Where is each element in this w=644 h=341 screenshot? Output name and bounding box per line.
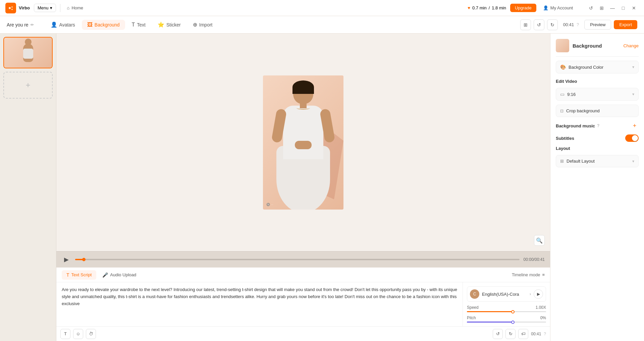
apps-button[interactable]: ⊞ — [597, 3, 606, 13]
canvas-wrapper: 🔘 ··· 🔍 — [56, 34, 550, 251]
redo-edit-button[interactable]: ↻ — [547, 19, 558, 30]
export-button[interactable]: Export — [614, 20, 637, 29]
script-bottom-right: ↺ ↻ 🏷 00:41 ? — [493, 329, 546, 339]
menu-button[interactable]: Menu ▾ — [34, 4, 56, 12]
subtitles-label: Subtitles — [556, 136, 625, 141]
account-icon: 👤 — [543, 5, 548, 10]
background-color-row[interactable]: 🎨 Background Color ▾ — [556, 61, 639, 73]
zoom-button[interactable]: 🔍 — [534, 235, 545, 246]
tab-sticker[interactable]: ⭐ Sticker — [152, 19, 186, 30]
progress-indicator — [82, 258, 86, 261]
subtitles-toggle[interactable] — [625, 134, 639, 142]
time-total: 1.8 min — [492, 5, 506, 10]
emoji-button[interactable]: ☺ — [73, 329, 83, 339]
slides-panel: 1 + — [0, 34, 56, 341]
account-label: My Account — [550, 5, 573, 10]
music-label-text: Background music — [556, 123, 595, 128]
crop-background-label: Crop background — [566, 108, 600, 113]
speed-label: Speed — [467, 305, 479, 310]
tab-text-script[interactable]: T Text Script — [62, 270, 96, 280]
audio-upload-icon: 🎤 — [102, 272, 108, 278]
logo-area: Virbo — [5, 3, 30, 13]
right-panel: Background Change 🎨 Background Color ▾ E… — [550, 34, 644, 341]
redo-script-button[interactable]: ↻ — [505, 329, 516, 339]
timer-button[interactable]: ⏱ — [86, 329, 96, 339]
layout-icon: ⊞ — [560, 159, 564, 164]
svg-point-3 — [11, 9, 13, 10]
menu-label: Menu — [38, 5, 49, 10]
tab-audio-upload[interactable]: 🎤 Audio Upload — [98, 270, 141, 280]
voice-play-button[interactable]: ▶ — [534, 289, 543, 299]
undo-script-button[interactable]: ↺ — [493, 329, 503, 339]
crop-background-row[interactable]: ⊡ Crop background — [556, 105, 639, 117]
account-button[interactable]: 👤 My Account — [540, 4, 576, 12]
topbar-divider — [60, 4, 60, 12]
toggle-knob — [632, 135, 638, 141]
background-header: Background Change — [556, 39, 639, 57]
pitch-thumb[interactable] — [511, 321, 515, 324]
upgrade-button[interactable]: Upgrade — [510, 4, 536, 12]
canvas-full: 🔘 ··· 🔍 ▶ 00:00/00:41 T — [56, 34, 550, 341]
home-button[interactable]: ⌂ Home — [64, 4, 86, 12]
speed-value: 1.00X — [536, 305, 546, 310]
script-content: Are you ready to elevate your wardrobe t… — [56, 282, 550, 326]
timeline-mode-icon: ≡ — [542, 272, 545, 277]
script-tabs: T Text Script 🎤 Audio Upload Timeline mo… — [56, 268, 550, 282]
undo-button[interactable]: ↺ — [586, 3, 596, 13]
home-label: Home — [71, 5, 83, 10]
maximize-button[interactable]: □ — [619, 3, 628, 13]
script-text-area[interactable]: Are you ready to elevate your wardrobe t… — [56, 282, 463, 326]
layout-label-text: Default Layout — [567, 159, 632, 164]
voice-selector[interactable]: C English(USA)-Cora › ▶ — [467, 286, 546, 302]
project-title: Are you re ✏ — [7, 22, 34, 27]
edit-title-icon[interactable]: ✏ — [31, 22, 34, 27]
time-separator: / — [489, 5, 490, 10]
aspect-ratio-row[interactable]: ▭ 9:16 ▾ — [556, 88, 639, 101]
toolbar-time-value: 00:41 — [563, 22, 574, 27]
close-button[interactable]: ✕ — [629, 3, 639, 13]
tab-text[interactable]: T Text — [126, 20, 151, 30]
slide-item-1[interactable]: 1 — [3, 37, 53, 68]
save-button[interactable]: ⊞ — [520, 19, 531, 30]
aspect-ratio-label: 9:16 — [567, 92, 632, 97]
play-button[interactable]: ▶ — [62, 255, 71, 264]
subtitles-row: Subtitles — [556, 134, 639, 142]
pitch-slider[interactable] — [467, 322, 546, 323]
audio-panel: C English(USA)-Cora › ▶ Speed 1.00X — [463, 282, 550, 326]
text-script-icon: T — [66, 272, 69, 278]
progress-bar[interactable] — [75, 259, 520, 260]
speed-thumb[interactable] — [511, 310, 515, 314]
window-controls: ↺ ⊞ — □ ✕ — [586, 3, 639, 13]
add-slide-button[interactable]: + — [3, 72, 53, 99]
timeline-mode-btn[interactable]: Timeline mode ≡ — [512, 272, 545, 277]
main-layout: 1 + — [0, 34, 644, 341]
tags-button[interactable]: 🏷 — [518, 329, 528, 339]
sticker-icon: ⭐ — [158, 21, 164, 28]
speed-slider[interactable] — [467, 311, 546, 312]
add-music-button[interactable]: + — [631, 122, 639, 130]
text-format-button[interactable]: T — [60, 329, 70, 339]
preview-button[interactable]: Preview — [584, 20, 611, 30]
script-time-display: 00:41 — [531, 332, 541, 336]
import-label: Import — [199, 22, 213, 27]
tab-import[interactable]: ⊕ Import — [187, 19, 218, 30]
audio-upload-label: Audio Upload — [110, 272, 136, 277]
pitch-value: 0% — [540, 316, 546, 320]
color-palette-icon: 🎨 — [560, 64, 566, 70]
background-title: Background — [573, 43, 620, 49]
time-info: ♥ 0.7 min / 1.8 min — [468, 5, 506, 10]
layout-row[interactable]: ⊞ Default Layout ▾ — [556, 155, 639, 167]
canvas-content: 🔘 ··· — [263, 75, 343, 210]
slide-thumbnail-1 — [4, 38, 52, 68]
undo-edit-button[interactable]: ↺ — [534, 19, 544, 30]
script-bottom-bar: T ☺ ⏱ ↺ ↻ 🏷 00:41 ? — [56, 326, 550, 341]
timeline-mode-label: Timeline mode — [512, 272, 540, 277]
tab-avatars[interactable]: 👤 Avatars — [45, 19, 80, 30]
layout-heading: Layout — [556, 146, 639, 151]
change-button[interactable]: Change — [623, 43, 639, 48]
tab-background[interactable]: 🖼 Background — [82, 20, 125, 30]
watermark: 🔘 ··· — [266, 203, 273, 206]
voice-name: English(USA)-Cora — [482, 292, 527, 297]
crop-icon: ⊡ — [560, 109, 564, 113]
minimize-button[interactable]: — — [608, 3, 617, 13]
